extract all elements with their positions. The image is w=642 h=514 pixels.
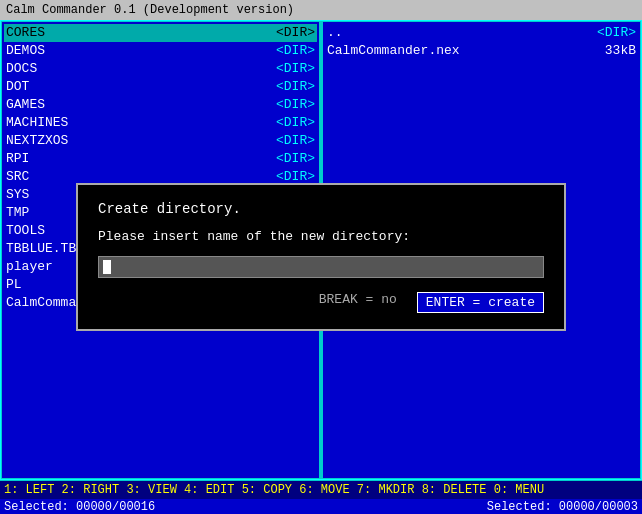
create-directory-dialog: Create directory. Please insert name of … <box>76 183 566 331</box>
list-item[interactable]: DOT<DIR> <box>4 78 317 96</box>
file-type: <DIR> <box>272 150 315 168</box>
list-item[interactable]: RPI<DIR> <box>4 150 317 168</box>
status-left: Selected: 00000/00016 <box>4 500 155 514</box>
file-name: DOCS <box>6 60 272 78</box>
file-type: <DIR> <box>272 78 315 96</box>
file-type: <DIR> <box>593 24 636 42</box>
status-right: Selected: 00000/00003 <box>487 500 638 514</box>
modal-footer: BREAK = no ENTER = create <box>98 292 544 313</box>
list-item[interactable]: NEXTZXOS<DIR> <box>4 132 317 150</box>
file-name: RPI <box>6 150 272 168</box>
file-type: <DIR> <box>272 24 315 42</box>
file-type: <DIR> <box>272 60 315 78</box>
file-name: DEMOS <box>6 42 272 60</box>
status-bar: Selected: 00000/00016 Selected: 00000/00… <box>0 499 642 514</box>
file-type: <DIR> <box>272 96 315 114</box>
title-bar: Calm Commander 0.1 (Development version) <box>0 0 642 20</box>
function-keys-bar: 1: LEFT 2: RIGHT 3: VIEW 4: EDIT 5: COPY… <box>0 481 642 499</box>
file-name: CalmCommander.nex <box>327 42 601 60</box>
list-item[interactable]: GAMES<DIR> <box>4 96 317 114</box>
file-name: NEXTZXOS <box>6 132 272 150</box>
list-item[interactable]: DOCS<DIR> <box>4 60 317 78</box>
file-name: DOT <box>6 78 272 96</box>
file-type: <DIR> <box>272 132 315 150</box>
modal-title: Create directory. <box>98 201 544 217</box>
title-text: Calm Commander 0.1 (Development version) <box>6 3 294 17</box>
list-item[interactable]: CORES<DIR> <box>4 24 317 42</box>
bottom-bar: 1: LEFT 2: RIGHT 3: VIEW 4: EDIT 5: COPY… <box>0 480 642 514</box>
file-type: <DIR> <box>272 42 315 60</box>
file-name: CORES <box>6 24 272 42</box>
modal-input[interactable] <box>98 256 544 278</box>
list-item[interactable]: ..<DIR> <box>325 24 638 42</box>
modal-cursor <box>103 260 111 274</box>
modal-prompt: Please insert name of the new directory: <box>98 229 544 244</box>
list-item[interactable]: CalmCommander.nex33kB <box>325 42 638 60</box>
modal-enter-button[interactable]: ENTER = create <box>417 292 544 313</box>
function-keys-text: 1: LEFT 2: RIGHT 3: VIEW 4: EDIT 5: COPY… <box>4 483 544 497</box>
list-item[interactable]: MACHINES<DIR> <box>4 114 317 132</box>
break-hint: BREAK = no <box>319 292 397 313</box>
file-name: .. <box>327 24 593 42</box>
list-item[interactable]: DEMOS<DIR> <box>4 42 317 60</box>
file-type: <DIR> <box>272 114 315 132</box>
file-name: MACHINES <box>6 114 272 132</box>
file-size: 33kB <box>601 42 636 60</box>
file-name: GAMES <box>6 96 272 114</box>
